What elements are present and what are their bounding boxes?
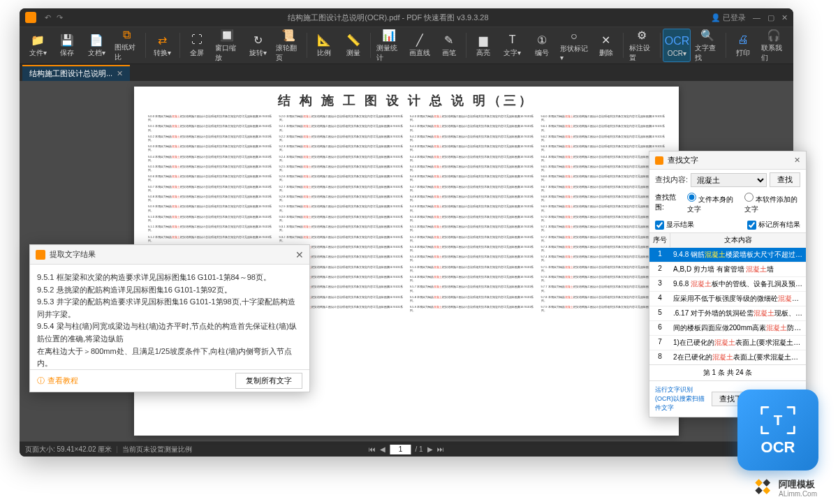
tool-OCR[interactable]: OCROCR▾ — [663, 29, 691, 62]
mark-all-checkbox[interactable]: 标记所有结果 — [747, 220, 800, 230]
tool-窗口缩放[interactable]: 🔲窗口缩放 — [212, 29, 243, 62]
window-title: 结构施工图设计总说明(OCR).pdf - PDF 快速看图 v3.9.3.28 — [66, 13, 711, 23]
page-number-input[interactable] — [390, 445, 411, 454]
watermark-icon — [755, 479, 774, 498]
tool-全屏[interactable]: ⛶全屏 — [183, 29, 211, 62]
page-size-label: 页面大小: 59.41×42.02 厘米 — [25, 445, 112, 454]
search-content-label: 查找内容: — [655, 175, 688, 185]
result-row[interactable]: 6间的楼板四面应做200mm高素混凝土防水起边(门洞除外)。楼 — [649, 320, 806, 335]
titlebar: ↶ ↷ 结构施工图设计总说明(OCR).pdf - PDF 快速看图 v3.9.… — [20, 8, 793, 27]
result-row[interactable]: 2A,B,D 剪力墙 有窗管墙 混凝土墙 — [649, 262, 806, 276]
svg-rect-3 — [755, 487, 763, 495]
next-page-icon[interactable]: ▶ — [427, 445, 433, 453]
dialog-title: 查找文字 — [668, 155, 794, 165]
tool-打印[interactable]: 🖨打印 — [729, 29, 757, 62]
col-number: 序号 — [649, 233, 670, 247]
tool-高亮[interactable]: ▆高亮 — [469, 29, 497, 62]
page-navigator: ⏮ ◀ / 1 ▶ ⏭ — [369, 445, 443, 454]
close-icon[interactable]: ✕ — [781, 13, 788, 22]
prev-page-icon[interactable]: ◀ — [380, 445, 385, 453]
result-row[interactable]: 39.6.8 混凝土板中的管线、设备孔洞及预埋件均需按设备图所示 — [649, 276, 806, 291]
result-row[interactable]: 4应采用不低于板强度等级的微细砼混凝土浇筑完成。 — [649, 291, 806, 306]
watermark: 阿哩模板 ALimm.Com — [755, 479, 817, 498]
result-row[interactable]: 19.4.8 钢筋混凝土楼梁墙板大尺寸不超过150mm的水泥砂浆抹灰 — [649, 247, 806, 262]
watermark-url: ALimm.Com — [779, 490, 817, 498]
search-scope-label: 查找范围: — [655, 193, 680, 214]
redo-icon[interactable]: ↷ — [57, 13, 63, 22]
tool-联系我们[interactable]: 🎧联系我们 — [758, 29, 789, 62]
tool-画直线[interactable]: ╱画直线 — [406, 29, 434, 62]
svg-text:T: T — [774, 412, 783, 428]
tool-形状标记[interactable]: ○形状标记▾ — [557, 29, 591, 62]
result-pager: 第 1 条 共 24 条 — [649, 364, 806, 380]
tool-保存[interactable]: 💾保存 — [53, 29, 81, 62]
result-row[interactable]: 82在已硬化的混凝土表面上(要求混凝土强度达到1.2N/mm2以 — [649, 350, 806, 364]
main-toolbar: 📁文件▾💾保存📄文档▾⧉图纸对比⇄转换▾⛶全屏🔲窗口缩放↻旋转▾📜滚轮翻页📐比例… — [20, 27, 793, 64]
tool-测量[interactable]: 📏测量 — [339, 29, 367, 62]
dialog-title: 提取文字结果 — [50, 249, 295, 260]
tool-标注设置[interactable]: ⚙标注设置 — [626, 29, 657, 62]
dialog-icon — [655, 156, 663, 165]
tool-测量统计[interactable]: 📊测量统计 — [374, 29, 404, 62]
col-text: 文本内容 — [670, 233, 806, 247]
svg-rect-2 — [763, 479, 771, 487]
tool-旋转[interactable]: ↻旋转▾ — [244, 29, 272, 62]
tool-删除[interactable]: ✕删除 — [592, 29, 620, 62]
tool-文字查找[interactable]: 🔍文字查找 — [692, 29, 723, 62]
tab-close-icon[interactable]: ✕ — [117, 69, 123, 78]
tool-文件[interactable]: 📁文件▾ — [24, 29, 52, 62]
document-title: 结 构 施 工 图 设 计 总 说 明（三） — [134, 87, 679, 114]
total-pages: / 1 — [415, 445, 422, 453]
svg-rect-1 — [755, 479, 763, 487]
ocr-result-text[interactable]: 9.5.1 框架梁和次梁的构造要求详见国标图集16 G101-1第84～98页。… — [30, 265, 309, 369]
ocr-extract-dialog: 提取文字结果 ✕ 9.5.1 框架梁和次梁的构造要求详见国标图集16 G101-… — [29, 244, 310, 392]
show-results-checkbox[interactable]: 显示结果 — [655, 220, 694, 230]
tabbar: 结构施工图设计总说明... ✕ — [20, 64, 793, 81]
tab-label: 结构施工图设计总说明... — [29, 68, 112, 79]
app-logo — [25, 12, 36, 23]
tool-文档[interactable]: 📄文档▾ — [82, 29, 110, 62]
dialog-icon — [36, 250, 45, 260]
first-page-icon[interactable]: ⏮ — [369, 445, 376, 453]
last-page-icon[interactable]: ⏭ — [437, 445, 444, 453]
login-status[interactable]: 👤 已登录 — [711, 13, 746, 23]
statusbar: 页面大小: 59.41×42.02 厘米 | 当前页未设置测量比例 ⏮ ◀ / … — [20, 441, 793, 457]
ocr-scan-icon: T — [758, 403, 797, 437]
run-ocr-link[interactable]: 运行文字识别(OCR)以搜索扫描件文字 — [655, 385, 707, 413]
search-dialog: 查找文字 ✕ 查找内容: 混凝土 查找 查找范围: 文件本身的文字 本软件添加的… — [649, 151, 807, 417]
dialog-close-icon[interactable]: ✕ — [794, 156, 800, 165]
svg-rect-4 — [763, 487, 771, 495]
scale-info-label: 当前页未设置测量比例 — [122, 445, 192, 454]
undo-icon[interactable]: ↶ — [45, 13, 51, 22]
result-row[interactable]: 5.6.17 对于外墙的筑洞砼需混凝土现板、栏板、檐口、女儿墙等 — [649, 306, 806, 320]
dialog-header[interactable]: 提取文字结果 ✕ — [30, 245, 309, 265]
tool-滚轮翻页[interactable]: 📜滚轮翻页 — [273, 29, 304, 62]
copy-all-button[interactable]: 复制所有文字 — [235, 373, 302, 389]
dialog-close-icon[interactable]: ✕ — [295, 249, 304, 260]
scope-file-text[interactable]: 文件本身的文字 — [687, 193, 737, 214]
minimize-icon[interactable]: — — [753, 13, 760, 22]
dialog-header[interactable]: 查找文字 ✕ — [649, 151, 806, 170]
search-input[interactable]: 混凝土 — [691, 173, 767, 187]
search-results-table: 序号 文本内容 19.4.8 钢筋混凝土楼梁墙板大尺寸不超过150mm的水泥砂浆… — [649, 232, 806, 364]
tool-编号[interactable]: ①编号 — [528, 29, 556, 62]
tool-画笔[interactable]: ✎画笔 — [435, 29, 463, 62]
scope-added-text[interactable]: 本软件添加的文字 — [744, 193, 800, 214]
tool-图纸对比[interactable]: ⧉图纸对比 — [112, 29, 142, 62]
maximize-icon[interactable]: ▢ — [767, 13, 774, 22]
ocr-feature-badge: T OCR — [737, 390, 818, 470]
tool-文字[interactable]: T文字▾ — [499, 29, 527, 62]
tool-比例[interactable]: 📐比例 — [310, 29, 338, 62]
ocr-badge-label: OCR — [761, 438, 795, 457]
find-button[interactable]: 查找 — [770, 172, 800, 187]
tutorial-link[interactable]: ⓘ 查看教程 — [37, 376, 78, 386]
watermark-name: 阿哩模板 — [779, 480, 817, 489]
tool-转换[interactable]: ⇄转换▾ — [149, 29, 177, 62]
document-tab[interactable]: 结构施工图设计总说明... ✕ — [22, 65, 130, 81]
result-row[interactable]: 71)在已硬化的混凝土表面上(要求混凝土强度达到1.2N/mm2以 — [649, 335, 806, 350]
